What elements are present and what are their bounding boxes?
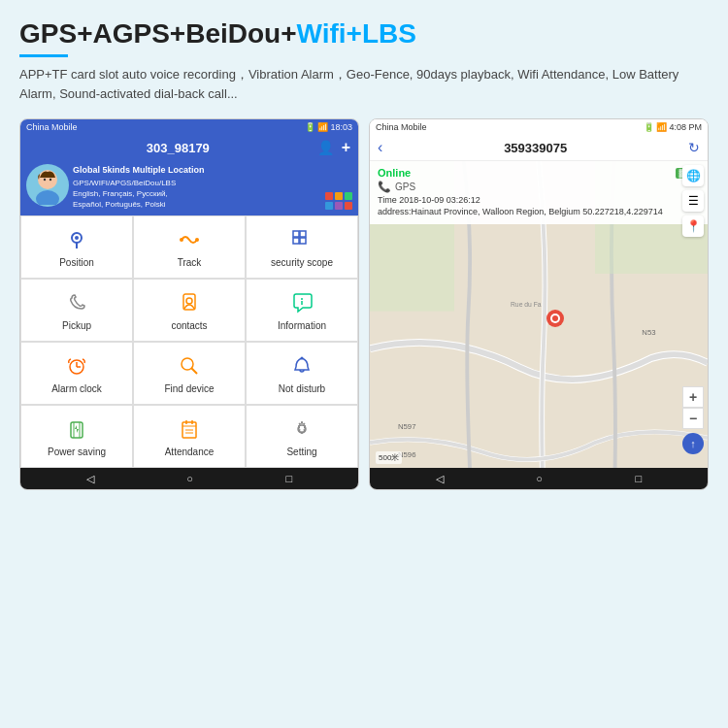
menu-label-contacts: contacts: [171, 320, 207, 331]
phone1-nav-bar: ◁ ○ □: [20, 468, 358, 489]
phone1-add-icon[interactable]: +: [342, 139, 350, 156]
menu-icon-pickup: [66, 292, 87, 317]
phone1-header-icons: 👤 +: [317, 139, 350, 156]
menu-item-alarm-clock[interactable]: Alarm clock: [20, 342, 133, 405]
location-pin: [546, 309, 565, 328]
zoom-out-btn[interactable]: −: [682, 408, 704, 429]
menu-item-track[interactable]: Track: [133, 215, 246, 279]
phone1-menu-grid: PositionTracksecurity scopePickupcontact…: [20, 215, 358, 468]
menu-item-power-saving[interactable]: Power saving: [20, 405, 133, 468]
menu-label-pickup: Pickup: [62, 320, 91, 331]
title-underline: [19, 54, 68, 57]
phone1-home-btn[interactable]: ○: [186, 473, 193, 484]
svg-rect-9: [293, 231, 299, 237]
phone2-screen: China Mobile 🔋 📶 4:08 PM ‹ 359339075 ↻: [369, 118, 709, 490]
phone1-spacer: [28, 141, 39, 155]
svg-text:N53: N53: [642, 328, 655, 337]
phone-icon: 📞: [378, 181, 391, 193]
map-side-icons: 🌐 ☰ 📍: [682, 165, 704, 237]
svg-text:Rue du Fa: Rue du Fa: [511, 301, 542, 308]
phone1-banner: Global 5kinds Multiple Location GPS/WIFI…: [20, 160, 358, 215]
phone1-user-icon[interactable]: 👤: [317, 140, 334, 155]
info-status-row: Online ▓▓▓: [378, 167, 700, 179]
phone2-refresh-icon[interactable]: ↻: [688, 140, 700, 155]
svg-rect-12: [300, 238, 306, 244]
title-blue: Wifi+LBS: [297, 18, 416, 49]
phone2-back-btn[interactable]: ◁: [436, 473, 444, 485]
menu-item-contacts[interactable]: contacts: [133, 279, 246, 342]
phone1-banner-text: Global 5kinds Multiple Location GPS/WIFI…: [73, 164, 321, 210]
menu-icon-setting: [291, 418, 313, 444]
title-section: GPS+AGPS+BeiDou+Wifi+LBS APP+TF card slo…: [19, 17, 709, 105]
zoom-in-btn[interactable]: +: [682, 386, 704, 408]
phone2-map: N597 N596 N53 Rue du Fa Online ▓▓▓ 📞: [370, 161, 708, 468]
menu-label-track: Track: [178, 257, 202, 268]
menu-item-position[interactable]: Position: [20, 215, 133, 279]
menu-icon-find-device: [179, 355, 200, 381]
svg-point-14: [186, 298, 192, 304]
info-address: address:Hainaut Province, Walloon Region…: [378, 207, 700, 218]
menu-label-alarm-clock: Alarm clock: [51, 383, 102, 394]
menu-item-setting[interactable]: Setting: [246, 405, 358, 468]
phone1-banner-lang2: Español, Português, Polski: [73, 199, 321, 210]
phone2-home-btn[interactable]: ○: [536, 473, 543, 484]
phone1-back-btn[interactable]: ◁: [86, 473, 94, 485]
svg-line-21: [191, 368, 197, 374]
phone1-device-id: 303_98179: [147, 141, 210, 155]
signal-type: GPS: [395, 182, 415, 192]
menu-item-find-device[interactable]: Find device: [133, 342, 246, 405]
menu-label-not-disturb: Not disturb: [279, 383, 325, 394]
phone1-banner-title: Global 5kinds Multiple Location: [73, 164, 321, 177]
layers-icon[interactable]: ☰: [682, 190, 704, 212]
menu-icon-position: [66, 229, 87, 254]
menu-item-pickup[interactable]: Pickup: [20, 279, 133, 342]
title-black: GPS+AGPS+BeiDou+: [19, 18, 297, 49]
phone2-back-arrow[interactable]: ‹: [378, 139, 382, 156]
svg-point-3: [44, 179, 46, 181]
phone2-square-btn[interactable]: □: [636, 473, 643, 484]
phone2-info-panel: Online ▓▓▓ 📞 GPS Time 2018-10-09 03:26:1…: [370, 161, 708, 224]
menu-label-setting: Setting: [286, 447, 316, 457]
phone2-carrier: China Mobile: [376, 122, 427, 132]
main-title: GPS+AGPS+BeiDou+Wifi+LBS: [19, 17, 709, 50]
menu-item-information[interactable]: Information: [246, 279, 358, 342]
phone1-battery-icon: 🔋: [305, 122, 315, 132]
subtitle: APP+TF card slot auto voice recording，Vi…: [19, 65, 709, 106]
svg-point-4: [50, 179, 51, 181]
menu-item-attendance[interactable]: Attendance: [133, 405, 246, 468]
menu-item-security-scope[interactable]: security scope: [246, 215, 358, 279]
svg-rect-10: [300, 231, 306, 237]
globe-icon[interactable]: 🌐: [682, 165, 704, 186]
phone1-header: 303_98179 👤 +: [20, 135, 358, 160]
phone2-status-icons: 🔋 📶 4:08 PM: [644, 122, 702, 132]
phone2-nav-bar: ◁ ○ □: [370, 468, 708, 489]
phone2-signal-icon: 📶: [656, 122, 667, 132]
menu-label-attendance: Attendance: [165, 447, 215, 457]
svg-point-15: [301, 298, 303, 300]
phones-container: China Mobile 🔋 📶 18:03 303_98179 👤 +: [19, 118, 709, 490]
phone2-status-bar: China Mobile 🔋 📶 4:08 PM: [370, 119, 708, 135]
page-container: GPS+AGPS+BeiDou+Wifi+LBS APP+TF card slo…: [0, 0, 728, 728]
phone1-status-bar: China Mobile 🔋 📶 18:03: [20, 119, 358, 135]
menu-item-not-disturb[interactable]: Not disturb: [246, 342, 358, 405]
phone1-signal-icon: 📶: [317, 122, 328, 132]
time-value: 2018-10-09 03:26:12: [399, 195, 480, 205]
time-label: Time: [378, 195, 397, 205]
phone1-child-avatar: [26, 164, 69, 207]
location-icon[interactable]: 📍: [682, 215, 704, 237]
svg-text:N597: N597: [398, 422, 415, 431]
phone1-carrier: China Mobile: [26, 122, 78, 132]
svg-point-1: [36, 190, 59, 205]
svg-point-7: [180, 238, 183, 242]
menu-label-power-saving: Power saving: [48, 447, 106, 457]
menu-icon-alarm-clock: [66, 355, 87, 381]
phone1-time: 18:03: [330, 122, 352, 132]
phone2-time: 4:08 PM: [669, 122, 702, 132]
online-status: Online: [378, 167, 411, 179]
menu-label-information: Information: [278, 320, 326, 331]
menu-icon-security-scope: [291, 229, 313, 254]
phone1-square-btn[interactable]: □: [286, 473, 293, 484]
phone2-battery-icon: 🔋: [644, 122, 654, 132]
map-zoom-controls: + −: [682, 386, 704, 429]
svg-point-6: [75, 236, 79, 240]
